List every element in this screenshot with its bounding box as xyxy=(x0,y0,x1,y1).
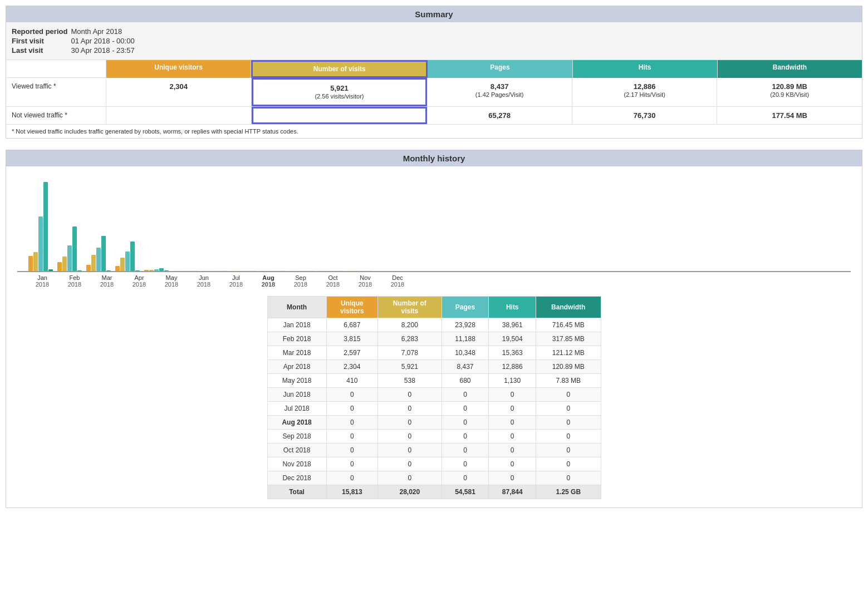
bar-chart xyxy=(17,172,851,272)
page-wrapper: Summary Reported period Month Apr 2018 F… xyxy=(6,6,862,508)
table-row: Feb 20183,8156,28311,18819,504317.85 MB xyxy=(267,332,601,346)
col-unique-visitors: Unique visitors xyxy=(106,60,251,78)
history-section: Monthly history Jan2018Feb2018Mar2018Apr… xyxy=(6,150,862,508)
table-row-total: Total15,81328,02054,58187,8441.25 GB xyxy=(267,485,601,499)
th-bw: Bandwidth xyxy=(536,297,601,318)
not-viewed-hits: 76,730 xyxy=(572,107,718,124)
viewed-uv: 2,304 xyxy=(106,78,252,106)
first-visit-value: 01 Apr 2018 - 00:00 xyxy=(71,36,138,46)
table-row: Jul 201800000 xyxy=(267,402,601,416)
viewed-traffic-row: Viewed traffic * 2,304 5,921 (2.56 visit… xyxy=(6,78,862,107)
col-pages: Pages xyxy=(428,60,572,78)
bar-group-feb xyxy=(57,226,82,271)
table-row: Oct 201800000 xyxy=(267,444,601,457)
viewed-pages: 8,437 (1.42 Pages/Visit) xyxy=(427,78,572,106)
col-hits: Hits xyxy=(573,60,718,78)
th-hits: Hits xyxy=(489,297,536,318)
col-hits-header: Hits xyxy=(573,60,717,75)
col-bw-header: Bandwidth xyxy=(718,60,862,75)
summary-col-headers: Unique visitors Number of visits Pages H… xyxy=(6,60,862,78)
table-row: Apr 20182,3045,9218,43712,886120.89 MB xyxy=(267,360,601,374)
bar-group-jun xyxy=(173,270,198,271)
footnote: * Not viewed traffic includes traffic ge… xyxy=(6,125,862,138)
table-row: Dec 201800000 xyxy=(267,471,601,485)
summary-title: Summary xyxy=(6,6,862,22)
monthly-table: Month Uniquevisitors Number ofvisits Pag… xyxy=(267,296,601,499)
viewed-label: Viewed traffic * xyxy=(6,78,106,106)
bar-group-jul xyxy=(202,270,227,271)
last-visit-value: 30 Apr 2018 - 23:57 xyxy=(71,46,138,55)
reported-period-label: Reported period xyxy=(12,27,71,36)
monthly-table-wrapper: Month Uniquevisitors Number ofvisits Pag… xyxy=(6,288,862,508)
th-pages: Pages xyxy=(442,297,489,318)
viewed-nv: 5,921 (2.56 visits/visitor) xyxy=(252,78,428,106)
summary-meta: Reported period Month Apr 2018 First vis… xyxy=(6,22,862,60)
col-uv-header: Unique visitors xyxy=(106,60,251,75)
table-row: Aug 201800000 xyxy=(267,416,601,430)
table-row: Nov 201800000 xyxy=(267,457,601,471)
table-row: Mar 20182,5977,07810,34815,363121.12 MB xyxy=(267,346,601,360)
col-pages-header: Pages xyxy=(428,60,572,75)
col-number-of-visits: Number of visits xyxy=(251,60,428,78)
bar-group-sep xyxy=(260,270,285,271)
not-viewed-label: Not viewed traffic * xyxy=(6,107,106,124)
col-bandwidth: Bandwidth xyxy=(718,60,862,78)
bar-group-jan xyxy=(28,182,53,271)
col-nv-header: Number of visits xyxy=(253,62,426,76)
th-month: Month xyxy=(267,297,326,318)
not-viewed-pages: 65,278 xyxy=(427,107,572,124)
th-uv: Uniquevisitors xyxy=(326,297,377,318)
viewed-hits: 12,886 (2.17 Hits/Visit) xyxy=(572,78,718,106)
bar-group-apr xyxy=(115,242,140,271)
summary-section: Summary Reported period Month Apr 2018 F… xyxy=(6,6,862,139)
table-row: May 20184105386801,1307.83 MB xyxy=(267,374,601,388)
not-viewed-bw: 177.54 MB xyxy=(717,107,862,124)
viewed-bw: 120.89 MB (20.9 KB/Visit) xyxy=(717,78,862,106)
last-visit-label: Last visit xyxy=(12,46,71,55)
first-visit-label: First visit xyxy=(12,36,71,46)
table-row: Jan 20186,6878,20023,92838,961716.45 MB xyxy=(267,318,601,332)
th-nv: Number ofvisits xyxy=(378,297,442,318)
bar-group-dec xyxy=(347,270,371,271)
bar-group-may xyxy=(144,268,169,271)
monthly-table-body: Jan 20186,6878,20023,92838,961716.45 MBF… xyxy=(267,318,601,499)
chart-area: Jan2018Feb2018Mar2018Apr2018May2018Jun20… xyxy=(6,166,862,288)
bar-group-nov xyxy=(318,270,342,271)
reported-period-value: Month Apr 2018 xyxy=(71,27,138,36)
bar-group-oct xyxy=(289,270,313,271)
bar-group-aug xyxy=(231,270,256,271)
history-title: Monthly history xyxy=(6,150,862,166)
chart-labels: Jan2018Feb2018Mar2018Apr2018May2018Jun20… xyxy=(17,274,851,288)
table-row: Jun 201800000 xyxy=(267,388,601,402)
bar-group-mar xyxy=(86,236,111,271)
not-viewed-uv xyxy=(106,107,252,124)
col-spacer xyxy=(6,60,106,78)
table-row: Sep 201800000 xyxy=(267,430,601,444)
not-viewed-nv xyxy=(252,107,428,124)
not-viewed-traffic-row: Not viewed traffic * 65,278 76,730 177.5… xyxy=(6,107,862,125)
